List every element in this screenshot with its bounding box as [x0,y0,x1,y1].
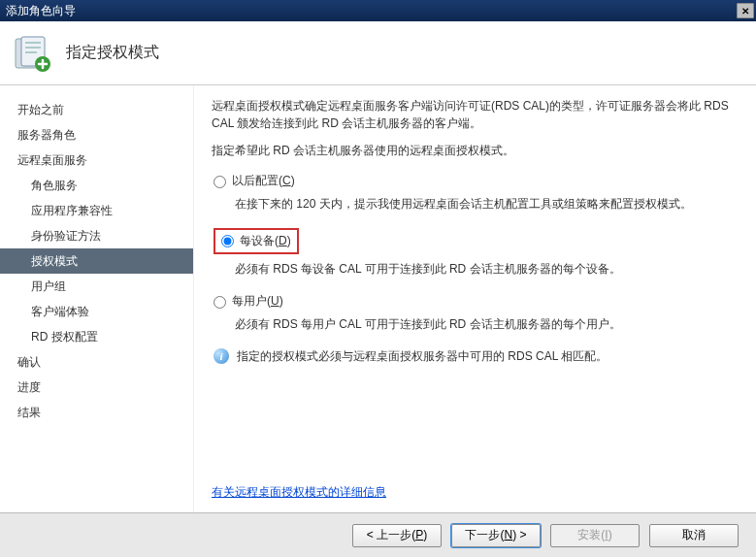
next-button[interactable]: 下一步(N) > [451,524,541,547]
sidebar-item-3[interactable]: 角色服务 [0,173,193,198]
sidebar-item-1[interactable]: 服务器角色 [0,122,193,148]
sidebar-item-7[interactable]: 用户组 [0,274,193,299]
option-device-highlight: 每设备(D) [214,228,299,254]
description-2: 指定希望此 RD 会话主机服务器使用的远程桌面授权模式。 [212,142,739,159]
option-later[interactable]: 以后配置(C) [214,173,739,189]
option-user-label: 每用户(U) [232,293,283,310]
sidebar-item-2[interactable]: 远程桌面服务 [0,148,193,173]
sidebar-item-4[interactable]: 应用程序兼容性 [0,198,193,223]
close-button[interactable]: ✕ [737,3,754,18]
option-later-label: 以后配置(C) [232,173,295,189]
radio-group-licensing-mode: 以后配置(C) 在接下来的 120 天内，提示我使用远程桌面会话主机配置工具或组… [214,173,739,365]
info-text: 指定的授权模式必须与远程桌面授权服务器中可用的 RDS CAL 相匹配。 [237,348,608,365]
sidebar: 开始之前服务器角色远程桌面服务角色服务应用程序兼容性身份验证方法授权模式用户组客… [0,85,194,512]
sidebar-item-5[interactable]: 身份验证方法 [0,223,193,248]
footer: < 上一步(P) 下一步(N) > 安装(I) 取消 [0,512,756,557]
info-row: i 指定的授权模式必须与远程桌面授权服务器中可用的 RDS CAL 相匹配。 [214,348,739,365]
install-button: 安装(I) [550,524,640,547]
body: 开始之前服务器角色远程桌面服务角色服务应用程序兼容性身份验证方法授权模式用户组客… [0,85,756,512]
content-panel: 远程桌面授权模式确定远程桌面服务客户端访问许可证(RDS CAL)的类型，许可证… [194,85,756,512]
titlebar: 添加角色向导 ✕ [0,0,756,21]
wizard-icon [12,33,52,74]
option-user[interactable]: 每用户(U) [214,293,739,310]
sidebar-item-6[interactable]: 授权模式 [0,248,193,274]
option-user-desc: 必须有 RDS 每用户 CAL 可用于连接到此 RD 会话主机服务器的每个用户。 [235,315,739,333]
description-1: 远程桌面授权模式确定远程桌面服务客户端访问许可证(RDS CAL)的类型，许可证… [212,97,739,132]
info-icon: i [214,348,229,364]
sidebar-item-8[interactable]: 客户端体验 [0,299,193,324]
sidebar-item-11[interactable]: 进度 [0,375,193,400]
option-device-desc: 必须有 RDS 每设备 CAL 可用于连接到此 RD 会话主机服务器的每个设备。 [235,260,739,278]
radio-per-user[interactable] [214,296,226,309]
help-link[interactable]: 有关远程桌面授权模式的详细信息 [212,485,386,499]
radio-later[interactable] [214,176,226,188]
header-panel: 指定授权模式 [0,21,756,85]
close-icon: ✕ [741,6,749,16]
sidebar-item-12[interactable]: 结果 [0,400,193,425]
page-title: 指定授权模式 [66,43,159,63]
sidebar-item-9[interactable]: RD 授权配置 [0,324,193,349]
radio-per-device[interactable] [221,235,234,247]
option-device-label: 每设备(D) [240,233,291,249]
window-title: 添加角色向导 [6,3,737,19]
cancel-button[interactable]: 取消 [649,524,739,547]
sidebar-item-0[interactable]: 开始之前 [0,97,193,122]
option-later-desc: 在接下来的 120 天内，提示我使用远程桌面会话主机配置工具或组策略来配置授权模… [235,195,739,213]
help-link-row: 有关远程桌面授权模式的详细信息 [212,484,386,501]
back-button[interactable]: < 上一步(P) [352,524,442,547]
sidebar-item-10[interactable]: 确认 [0,349,193,375]
